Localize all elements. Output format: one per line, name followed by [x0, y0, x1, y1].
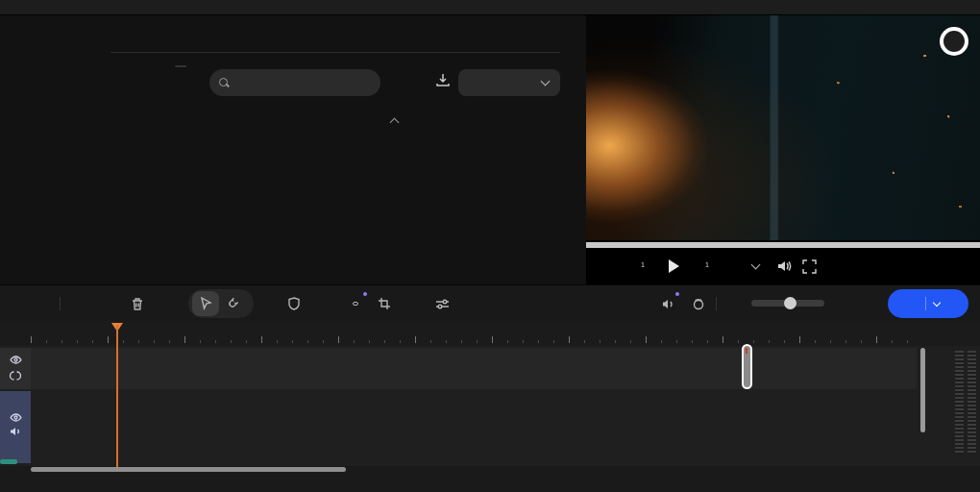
category-panel: [38, 60, 202, 92]
tabs-divider: [110, 52, 560, 53]
question-icon: [943, 31, 965, 52]
crop-button[interactable]: [373, 292, 396, 315]
timeline-tracks: [0, 346, 980, 466]
filter-dropdown[interactable]: [458, 69, 560, 96]
audio-level-meter: [928, 346, 980, 466]
favorites-count-badge: [175, 65, 186, 67]
toolbar-separator: [716, 297, 717, 310]
transition-wizard-button[interactable]: [459, 292, 482, 315]
marker-shield-button[interactable]: [282, 292, 306, 315]
audio-levels-button[interactable]: [656, 292, 679, 315]
undo-button[interactable]: [70, 292, 93, 315]
aspect-ratio-dropdown[interactable]: [747, 264, 759, 268]
video-track-header: [0, 391, 31, 463]
status-bar: [0, 466, 980, 492]
transport-bar: 1 1: [586, 248, 980, 284]
menubar: [0, 0, 980, 15]
button-divider: [925, 297, 926, 310]
overlay-track[interactable]: [31, 348, 917, 389]
video-canvas[interactable]: [586, 15, 980, 240]
playhead-line: [116, 325, 118, 467]
record-button[interactable]: [29, 292, 52, 315]
play-button[interactable]: [669, 259, 679, 273]
redo-button[interactable]: [97, 292, 120, 315]
captions-button[interactable]: [344, 292, 367, 315]
pointer-tool-button[interactable]: [194, 292, 217, 315]
chevron-down-icon: [751, 260, 761, 270]
categories-header: [38, 73, 202, 92]
export-button[interactable]: [888, 289, 968, 318]
tool-rail: [0, 15, 38, 284]
playhead[interactable]: [111, 323, 123, 467]
vertical-scrollbar-thumb[interactable]: [742, 344, 752, 389]
vertical-scrollbar[interactable]: [920, 348, 925, 432]
meter-strip-left: [955, 351, 964, 455]
zoom-in-button[interactable]: [832, 292, 855, 315]
workspace: 1 1: [0, 15, 980, 284]
chevron-down-icon: [541, 77, 551, 86]
timeline-toolbar: [0, 284, 980, 321]
speaker-icon[interactable]: [10, 427, 21, 436]
search-input[interactable]: [235, 76, 351, 89]
preview-panel: 1 1: [586, 15, 980, 284]
split-scissors-button[interactable]: [254, 292, 277, 315]
help-button[interactable]: [940, 27, 968, 56]
eye-icon[interactable]: [10, 413, 22, 422]
contrast-button[interactable]: [402, 292, 425, 315]
play-icon: [669, 259, 679, 273]
volume-icon[interactable]: [776, 259, 793, 273]
audio-clip-fragment[interactable]: [0, 459, 17, 464]
timeline-ruler[interactable]: [0, 321, 980, 346]
search-icon: [219, 78, 229, 87]
horizontal-scrollbar-thumb[interactable]: [31, 467, 346, 472]
overlay-track-header: [0, 348, 31, 389]
toolbar-separator: [60, 297, 61, 310]
delete-button[interactable]: [126, 292, 149, 315]
magnet-tool-button[interactable]: [221, 292, 244, 315]
favorites-row[interactable]: [38, 60, 202, 73]
scroll-hint[interactable]: [202, 115, 586, 128]
adjustments-sliders-button[interactable]: [430, 292, 453, 315]
fullscreen-icon[interactable]: [802, 259, 817, 274]
meter-strip-right: [968, 351, 976, 455]
hand-tool-button[interactable]: [687, 292, 710, 315]
video-track-clips: [31, 391, 33, 463]
search-bar[interactable]: [209, 69, 380, 96]
video-editor-app: 1 1: [0, 0, 980, 492]
chevron-down-icon: [932, 298, 940, 306]
zoom-out-button[interactable]: [726, 292, 749, 315]
notification-dot: [363, 292, 367, 296]
library-content: [202, 60, 586, 284]
eye-icon[interactable]: [10, 356, 22, 364]
timeline-zoom-slider[interactable]: [751, 300, 824, 307]
download-icon[interactable]: [435, 72, 451, 91]
chevron-up-icon: [389, 118, 399, 128]
link-icon[interactable]: [10, 370, 21, 381]
notification-dot: [675, 292, 679, 296]
zoom-slider-thumb[interactable]: [784, 297, 796, 309]
